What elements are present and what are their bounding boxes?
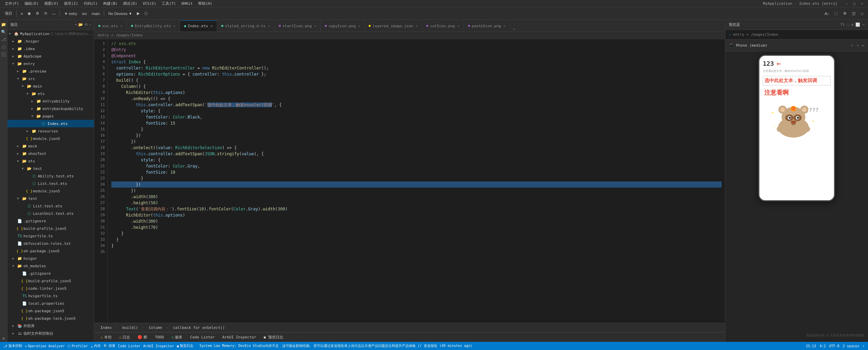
code-content[interactable]: // xxx.ets@Entry@Componentstruct Index {… (108, 39, 725, 323)
tab-cuticon[interactable]: cutIcon.png ✕ (422, 20, 464, 31)
preview-font-btn[interactable]: A↕ (823, 10, 831, 18)
menu-help[interactable]: 帮助(H) (196, 1, 214, 6)
bpanel-tab-4[interactable]: ☑ 服务 (168, 334, 186, 341)
status-codelinter[interactable]: Code Linter (118, 344, 141, 348)
tree-list-test2[interactable]: ⬡ List.test.ets (7, 202, 94, 210)
tree-hvigorfile[interactable]: TS hvigorfile.ts (7, 232, 94, 240)
toolbar-right-btn3[interactable]: ⚙ (841, 10, 849, 18)
bpanel-tab-6[interactable]: ArkUI Inspector (219, 334, 259, 341)
btab-column[interactable]: Column (145, 324, 166, 331)
toolbar-right-btn2[interactable]: ⬚ (832, 10, 840, 18)
btab-callback[interactable]: callback for onSelect() (170, 324, 228, 331)
project-label-btn[interactable]: 项目 (3, 10, 14, 18)
preview-more-btn[interactable]: ⋯ (862, 22, 865, 27)
tree-oh-package[interactable]: { } oh-package.json5 (7, 247, 94, 255)
toolbar-settings-btn[interactable]: ⚙ (34, 10, 41, 18)
tab-copyicon[interactable]: copyIcon.png ✕ (321, 20, 365, 31)
activity-git[interactable]: ⎇ (0, 36, 7, 43)
menu-edit[interactable]: 编辑(E) (22, 1, 41, 6)
status-memory[interactable]: ☁ 内存 (91, 344, 101, 348)
code-editor[interactable]: 1234567891011121314151617181920212223242… (94, 39, 725, 323)
tree-obfuscation[interactable]: 📄 obfuscation-rules.txt (7, 240, 94, 247)
tab-close-3[interactable]: ✕ (268, 24, 270, 28)
menu-ohkit[interactable]: OHKit (179, 1, 195, 6)
next-nav[interactable]: › (856, 43, 859, 48)
tab-close-5[interactable]: ✕ (358, 24, 360, 28)
bpanel-tab-2[interactable]: 🔴 断 (134, 334, 151, 341)
tab-close-7[interactable]: ✕ (457, 24, 460, 28)
activity-search[interactable]: 🔍 (0, 29, 7, 35)
menu-code[interactable]: 代码(C) (82, 1, 100, 6)
run-btn[interactable]: ▶ (135, 10, 142, 18)
more-nav[interactable]: ⋯ (862, 43, 865, 48)
menu-tools[interactable]: 工具(T) (160, 1, 178, 6)
menu-vcs[interactable]: VCS(S) (141, 1, 158, 6)
activity-settings[interactable]: ⚙ (0, 335, 7, 342)
tab-index-ets[interactable]: Index.ets ✕ (180, 20, 217, 31)
toolbar-collapse-btn[interactable]: — (50, 10, 58, 18)
prev-nav[interactable]: ‹ (851, 43, 853, 48)
tree-ets2[interactable]: ▼ 📂 ets (7, 157, 94, 165)
tab-close-2[interactable]: ✕ (210, 24, 213, 28)
tree-main[interactable]: ▼ 📂 main (7, 82, 94, 90)
tree-temp-files[interactable]: ▶ 🗂 临时文件和控制台 (7, 330, 94, 337)
tree-preview[interactable]: ▶ 📁 .preview (7, 67, 94, 75)
bpanel-tab-1[interactable]: ⚠ 日志 (116, 334, 134, 341)
tree-entrybackup[interactable]: ▶ 📁 entrybackupability (7, 105, 94, 112)
src-label-btn[interactable]: src (80, 10, 89, 18)
tab-close-0[interactable]: ✕ (120, 24, 123, 28)
preview-grid-btn[interactable]: ⬚ (847, 22, 849, 27)
status-version-control[interactable]: ⎇ 版本控制 (3, 344, 22, 348)
tab-entryability[interactable]: EntryAbility.ets ✕ (127, 20, 180, 31)
tree-hvigorfile2[interactable]: TS hvigorfile.ts (7, 292, 94, 300)
toolbar-right-btn4[interactable]: ◫ (850, 10, 857, 18)
tree-gitignore2[interactable]: 📄 .gitignore (7, 270, 94, 277)
tree-external-libs[interactable]: ▶ 📚 外部库 (7, 322, 94, 330)
tree-oh-package-lock[interactable]: { } oh-package-lock.json5 (7, 315, 94, 322)
toolbar-inspect-btn[interactable]: ◉ (26, 10, 33, 18)
tree-oh-package2[interactable]: { } oh-package.json5 (7, 307, 94, 315)
tree-ability-test[interactable]: ⬡ Ability.test.ets (7, 172, 94, 180)
activity-extensions[interactable]: ⬛ (0, 51, 7, 58)
tab-close-1[interactable]: ✕ (173, 24, 176, 28)
tree-ets[interactable]: ▼ 📂 ets (7, 90, 94, 97)
tree-root[interactable]: ▼ 🏠 MyApplication C:\Users\MSM\DevCo... (7, 30, 94, 37)
bpanel-tab-7[interactable]: ◼ 预览日志 (260, 334, 287, 341)
sidebar-collapse-all[interactable]: — (89, 22, 91, 27)
preview-layout-btn[interactable]: ⬜ (855, 22, 860, 27)
toolbar-right-btn5[interactable]: □ (859, 10, 865, 18)
menu-build[interactable]: 构建(B) (101, 1, 119, 6)
preview-font-btn[interactable]: Tt (840, 22, 845, 27)
tree-local-unit[interactable]: ⬡ LocalUnit.test.ets (7, 210, 94, 217)
status-preview-log[interactable]: ◼ 预览日志 (177, 344, 193, 348)
menu-view[interactable]: 视图(V) (42, 1, 61, 6)
rich-editor-area[interactable]: 选中此处文本，触发回调 (763, 76, 831, 85)
bpanel-tab-5[interactable]: Code Linter (187, 334, 218, 341)
preview-settings-btn[interactable]: ⚙ (851, 22, 854, 27)
tree-module-json[interactable]: { } module.json5 (7, 135, 94, 142)
bpanel-tab-3[interactable]: TODO (151, 334, 167, 341)
tree-idea[interactable]: ▶ 📁 .idea (7, 45, 94, 52)
tree-entryability[interactable]: ▶ 📁 entryability (7, 97, 94, 105)
tree-mock[interactable]: ▶ 📁 mock (7, 142, 94, 150)
menu-insert[interactable]: 插导(I) (62, 1, 80, 6)
tree-oh-modules[interactable]: ▼ 📂 oh_modules (7, 262, 94, 270)
toolbar-layout-btn[interactable]: ≡ (19, 10, 25, 18)
bpanel-tab-0[interactable]: ⚠ 本控 (97, 334, 115, 341)
no-devices-dropdown[interactable]: No Devices▼ (106, 10, 134, 18)
tree-module-json2[interactable]: { } module.json5 (7, 187, 94, 195)
sidebar-refresh[interactable]: ⟲ (84, 22, 87, 27)
tree-index-ets[interactable]: ⬡ Index.ets (7, 120, 94, 127)
tab-pasteicon[interactable]: pasteIcon.png ✕ (464, 20, 510, 31)
window-close[interactable]: ✕ (859, 1, 865, 6)
btab-index[interactable]: Index (97, 324, 115, 331)
status-arkui[interactable]: ArkUI Inspector (143, 344, 174, 348)
entry-dropdown[interactable]: ▼ entry (62, 10, 79, 18)
tab-close-8[interactable]: ✕ (503, 24, 506, 28)
status-profiler[interactable]: ⬡ Profiler (67, 344, 88, 348)
toolbar-refresh-btn[interactable]: ⟲ (42, 10, 49, 18)
tree-test2[interactable]: ▼ 📂 test (7, 195, 94, 202)
window-maximize[interactable]: □ (851, 1, 858, 6)
tab-layered-image[interactable]: layered_image.json ✕ (365, 20, 422, 31)
menu-file[interactable]: 文件(F) (3, 1, 21, 6)
